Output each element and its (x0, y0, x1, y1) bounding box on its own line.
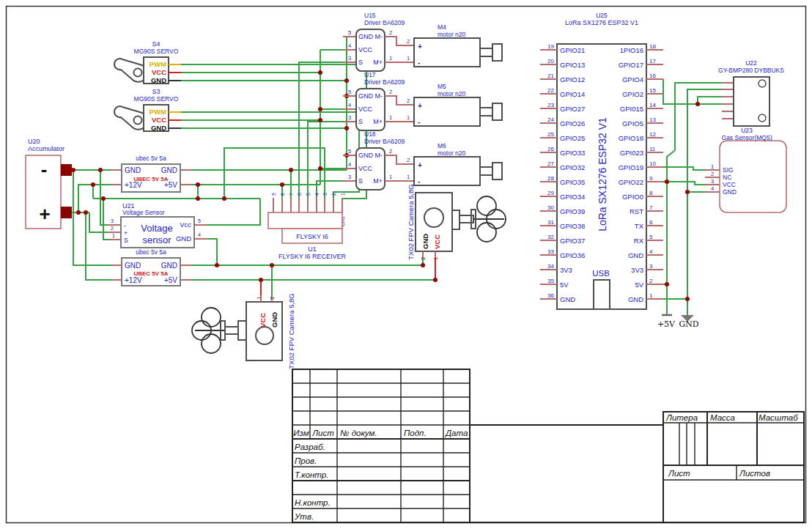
ubec2-gnd-left: GND (125, 262, 141, 270)
driver-pin-number: 5 (348, 29, 351, 36)
u25-left-pin-label: GPIO36 (560, 251, 585, 259)
tb-prov: Пров. (295, 456, 317, 465)
motor-pin-number: 2 (407, 97, 410, 104)
plus5v-label: +5V (657, 319, 676, 329)
u25-left-pin-label: GND (560, 295, 575, 303)
motor-name: motor n20 (438, 31, 466, 38)
motor-pin-number: 1 (407, 55, 410, 62)
u25-right-pin-label: GPIO19 (619, 163, 643, 171)
u25-right-pin-label: GPIO17 (619, 61, 643, 69)
servo-s4-pin-pwm: PWM (150, 60, 166, 68)
power-symbols: +5V GND (657, 315, 699, 329)
driver-pin-m-plus: M+ (373, 59, 383, 66)
component-servo-s3: S3 MG90S SERVO PWM VCC GND (114, 88, 181, 132)
u25-right-pin-number: 7 (649, 204, 653, 211)
motor-name: motor n20 (438, 90, 466, 97)
driver-pin-number: 2 (389, 148, 392, 155)
receiver-pin-number: 6 (297, 193, 302, 196)
camera-top-n2: 2 (420, 256, 427, 260)
receiver-pin-number: 9 (271, 193, 276, 196)
component-servo-s4: S4 MG90S SERVO PWM VCC GND (114, 40, 181, 84)
receiver-pin-number: 7 (289, 193, 294, 196)
u25-right-pin-number: 11 (649, 146, 656, 152)
u25-left-pin-number: 26 (547, 146, 554, 152)
u25-right-pin-number: 3 (649, 263, 653, 270)
u25-right-pin-number: 13 (649, 116, 656, 123)
u25-right-pin-number: 14 (649, 102, 656, 108)
servo-s3-pin-gnd: GND (151, 124, 166, 132)
motor-pin-plus: + (418, 102, 422, 110)
driver-pin-number: 1 (389, 55, 392, 62)
driver-ref: U18 (364, 130, 376, 138)
u25-left-pin-number: 23 (547, 102, 554, 108)
u25-right-pin-number: 6 (649, 219, 653, 226)
driver-pin-m-plus: M+ (373, 177, 383, 185)
driver-pin-number: 4 (348, 42, 351, 49)
ubec2-gnd-right: GND (161, 262, 177, 270)
accumulator-name: Accumulator (28, 145, 64, 152)
u25-left-pin-label: GPIO25 (560, 134, 585, 142)
u25-right-pin-label: RST (630, 207, 643, 215)
u25-right-pin-label: GPIO5 (622, 119, 643, 127)
tb-massa: Масса (710, 413, 735, 422)
u25-right-pin-label: GPIO2 (622, 90, 643, 98)
motor-ref: M5 (438, 83, 446, 90)
driver-pin-number: 4 (348, 102, 351, 108)
driver-pin-number: 4 (348, 161, 351, 168)
gas-sensor-pin-label: GND (723, 188, 737, 196)
voltage-sensor-n5: 5 (198, 218, 201, 223)
motor-shaft-cap (492, 44, 502, 61)
servo-s4-name: MG90S SERVO (134, 48, 179, 55)
u25-left-pin-number: 30 (547, 204, 554, 211)
motor-ref: M4 (438, 23, 446, 31)
servo-s3-ref: S3 (152, 88, 160, 95)
gas-sensor-name: Gas Sensor(MQ5) (722, 134, 772, 141)
driver-pin-s: S (358, 118, 363, 125)
u25-right-pin-number: 2 (649, 278, 653, 284)
u25-right-pin-label: RX (634, 237, 644, 245)
motor-pin-number: 1 (407, 174, 410, 180)
driver-pin-s: S (358, 177, 363, 185)
schematic-sheet: S4 MG90S SERVO PWM VCC GND S3 MG90S SERV… (0, 0, 812, 529)
u25-right-pin-label: 5V (635, 281, 643, 289)
camera-top-gnd: GND (421, 234, 429, 249)
u25-left-pin-label: 5V (560, 281, 569, 289)
voltage-sensor-n3: 3 (111, 218, 114, 223)
component-camera-top: TX02 FPV Camera 5,8G GND VCC 2 1 (407, 184, 506, 260)
u25-left-pin-label: GPIO27 (560, 105, 585, 113)
motor-pin-plus: + (418, 161, 422, 169)
u25-right-pin-label: GPIO4 (622, 75, 643, 84)
u25-right-pin-number: 9 (649, 175, 653, 182)
tb-masshtab: Масштаб (759, 413, 798, 422)
u25-right-pin-number: 17 (649, 58, 656, 64)
gnd-label: GND (679, 319, 698, 329)
component-gas-sensor: 1SIG2NC3VCC4GND U23 Gas Sensor(MQ5) (705, 127, 786, 212)
u25-left-pin-label: GPIO33 (560, 149, 585, 157)
motor-shaft-cap (492, 103, 502, 120)
camera-bottom-gnd: GND (270, 312, 278, 328)
camera-bottom-n1: 1 (256, 296, 262, 300)
u22-ref: U22 (745, 59, 757, 67)
receiver-pin-number: 2 (331, 193, 336, 196)
u25-right-pin-label: GPI015 (620, 105, 643, 113)
u25-right-pin-label: GPIO22 (619, 178, 643, 186)
u25-usb-connector (594, 280, 610, 309)
u25-left-pin-label: GPIO38 (560, 222, 585, 230)
component-voltage-sensor: U21 Voltage Sensor Voltage sensor 3 2 1 … (108, 202, 207, 248)
voltage-sensor-vcc: Vcc (180, 221, 191, 229)
u25-left-pin-label: GPIO14 (560, 90, 585, 98)
motor-shaft (480, 48, 492, 56)
ubec1-gnd-right: GND (161, 166, 177, 174)
u25-left-pin-label: GPIO32 (560, 163, 585, 171)
driver-pin-vcc: VCC (358, 106, 373, 113)
accumulator-plus: + (39, 203, 50, 225)
u25-left-pin-number: 27 (547, 160, 554, 167)
motor-pin-number: 1 (407, 114, 410, 121)
u25-right-pin-number: 12 (649, 131, 656, 138)
motor-shaft (480, 108, 492, 116)
u25-left-pin-number: 31 (547, 219, 554, 226)
u25-left-pin-label: GPIO39 (560, 207, 585, 215)
tb-list: Лист (668, 469, 690, 478)
component-camera-bottom: TX02 FPV Camera 5,8G VCC GND 1 2 (192, 293, 295, 369)
voltage-sensor-line1: Voltage (141, 223, 172, 234)
